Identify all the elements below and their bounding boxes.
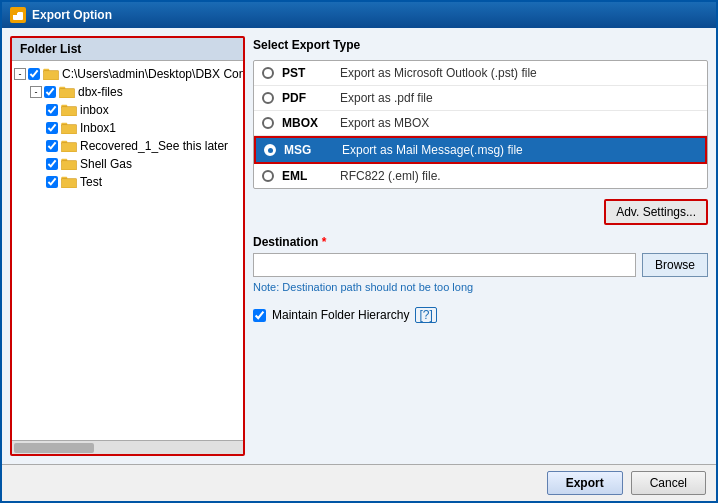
- export-button[interactable]: Export: [547, 471, 623, 495]
- cancel-button[interactable]: Cancel: [631, 471, 706, 495]
- tree-test-label: Test: [80, 175, 102, 189]
- export-type-header: Select Export Type: [253, 36, 708, 54]
- tree-checkbox-inbox1[interactable]: [46, 122, 58, 134]
- export-desc-eml: RFC822 (.eml) file.: [340, 169, 441, 183]
- tree-test-item[interactable]: Test: [46, 173, 241, 191]
- window-title: Export Option: [32, 8, 112, 22]
- tree-checkbox-root[interactable]: [28, 68, 40, 80]
- folder-icon-test: [61, 176, 77, 188]
- radio-msg[interactable]: [264, 144, 276, 156]
- export-desc-mbox: Export as MBOX: [340, 116, 429, 130]
- tree-toggle-dbxfiles[interactable]: -: [30, 86, 42, 98]
- tree-checkbox-shellgas[interactable]: [46, 158, 58, 170]
- export-desc-pdf: Export as .pdf file: [340, 91, 433, 105]
- tree-checkbox-test[interactable]: [46, 176, 58, 188]
- export-option-msg[interactable]: MSG Export as Mail Message(.msg) file: [254, 136, 707, 164]
- destination-label: Destination *: [253, 235, 708, 249]
- tree-checkbox-inbox[interactable]: [46, 104, 58, 116]
- content-area: Folder List - C:\Users\admin\Desktop\DBX…: [2, 28, 716, 464]
- tree-shellgas-item[interactable]: Shell Gas: [46, 155, 241, 173]
- export-option-mbox[interactable]: MBOX Export as MBOX: [254, 111, 707, 136]
- export-type-eml-label: EML: [282, 169, 332, 183]
- destination-note: Note: Destination path should not be too…: [253, 281, 708, 293]
- folder-icon-inbox: [61, 104, 77, 116]
- tree-toggle-root[interactable]: -: [14, 68, 26, 80]
- radio-pdf[interactable]: [262, 92, 274, 104]
- right-panel: Select Export Type PST Export as Microso…: [253, 36, 708, 456]
- destination-input[interactable]: [253, 253, 636, 277]
- folder-icon-root: [43, 68, 59, 80]
- tree-inbox1-item[interactable]: Inbox1: [46, 119, 241, 137]
- tree-shellgas-label: Shell Gas: [80, 157, 132, 171]
- required-marker: *: [322, 235, 327, 249]
- folder-list-panel: Folder List - C:\Users\admin\Desktop\DBX…: [10, 36, 245, 456]
- export-type-pdf-label: PDF: [282, 91, 332, 105]
- maintain-hierarchy-help[interactable]: [?]: [415, 307, 436, 323]
- tree-recovered-label: Recovered_1_See this later: [80, 139, 228, 153]
- tree-checkbox-recovered[interactable]: [46, 140, 58, 152]
- bottom-bar: Export Cancel: [2, 464, 716, 501]
- radio-pst[interactable]: [262, 67, 274, 79]
- tree-children-dbxfiles: inbox Inbox1: [30, 101, 241, 191]
- tree-inbox1-label: Inbox1: [80, 121, 116, 135]
- folder-icon-inbox1: [61, 122, 77, 134]
- radio-mbox[interactable]: [262, 117, 274, 129]
- tree-inbox-item[interactable]: inbox: [46, 101, 241, 119]
- export-option-eml[interactable]: EML RFC822 (.eml) file.: [254, 164, 707, 188]
- tree-checkbox-dbxfiles[interactable]: [44, 86, 56, 98]
- folder-icon-dbxfiles: [59, 86, 75, 98]
- export-option-window: Export Option Folder List - C:\Users\adm…: [0, 0, 718, 503]
- folder-list-header: Folder List: [12, 38, 243, 61]
- destination-input-row: Browse: [253, 253, 708, 277]
- radio-eml[interactable]: [262, 170, 274, 182]
- tree-inbox-label: inbox: [80, 103, 109, 117]
- folder-icon-recovered: [61, 140, 77, 152]
- maintain-hierarchy-checkbox[interactable]: [253, 309, 266, 322]
- window-icon: [10, 7, 26, 23]
- export-option-pst[interactable]: PST Export as Microsoft Outlook (.pst) f…: [254, 61, 707, 86]
- adv-settings-row: Adv. Settings...: [253, 195, 708, 229]
- tree-dbxfiles-label: dbx-files: [78, 85, 123, 99]
- browse-button[interactable]: Browse: [642, 253, 708, 277]
- export-type-msg-label: MSG: [284, 143, 334, 157]
- tree-children-root: - dbx-files: [14, 83, 241, 191]
- export-option-pdf[interactable]: PDF Export as .pdf file: [254, 86, 707, 111]
- adv-settings-button[interactable]: Adv. Settings...: [604, 199, 708, 225]
- export-options-list: PST Export as Microsoft Outlook (.pst) f…: [253, 60, 708, 189]
- maintain-hierarchy-row: Maintain Folder Hierarchy [?]: [253, 307, 708, 323]
- destination-section: Destination * Browse Note: Destination p…: [253, 235, 708, 293]
- maintain-hierarchy-label: Maintain Folder Hierarchy: [272, 308, 409, 322]
- title-bar: Export Option: [2, 2, 716, 28]
- tree-root-label: C:\Users\admin\Desktop\DBX Con: [62, 67, 243, 81]
- tree-root-item[interactable]: - C:\Users\admin\Desktop\DBX Con: [14, 65, 241, 83]
- folder-tree[interactable]: - C:\Users\admin\Desktop\DBX Con -: [12, 61, 243, 440]
- export-desc-msg: Export as Mail Message(.msg) file: [342, 143, 523, 157]
- tree-dbxfiles-item[interactable]: - dbx-files: [30, 83, 241, 101]
- export-desc-pst: Export as Microsoft Outlook (.pst) file: [340, 66, 537, 80]
- folder-icon-shellgas: [61, 158, 77, 170]
- horizontal-scrollbar[interactable]: [12, 440, 243, 454]
- export-type-pst-label: PST: [282, 66, 332, 80]
- svg-rect-2: [13, 10, 18, 13]
- tree-recovered-item[interactable]: Recovered_1_See this later: [46, 137, 241, 155]
- scrollbar-thumb[interactable]: [14, 443, 94, 453]
- export-type-mbox-label: MBOX: [282, 116, 332, 130]
